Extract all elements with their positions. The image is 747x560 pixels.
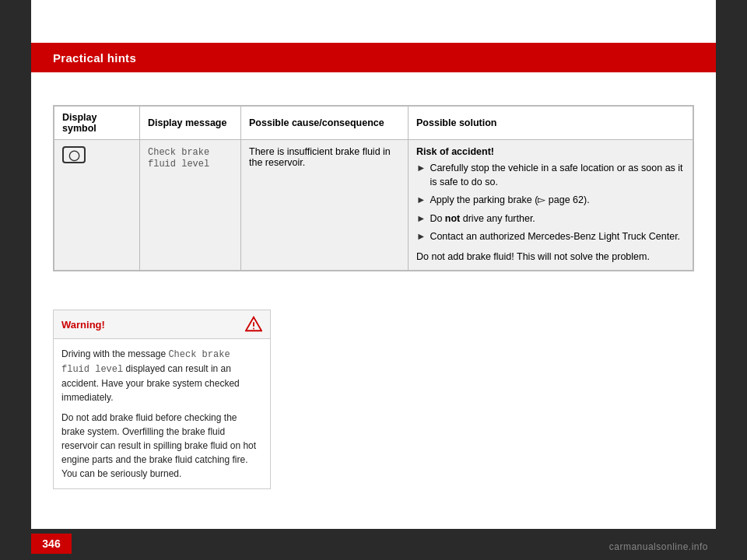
svg-point-1: [253, 328, 254, 330]
col-header-cause: Possible cause/consequence: [241, 107, 409, 140]
cause-text: There is insufficient brake fluid in the…: [249, 146, 391, 168]
solution-cell: Risk of accident! ► Carefully stop the v…: [409, 140, 693, 271]
display-message: Check brakefluid level: [148, 147, 209, 170]
risk-text: Risk of accident!: [416, 146, 685, 157]
col-header-message: Display message: [140, 107, 241, 140]
warning-body: Driving with the message Check brake flu…: [54, 339, 270, 488]
arrow-icon-4: ►: [416, 230, 426, 244]
table-row: ◯ Check brakefluid level There is insuff…: [54, 140, 693, 271]
symbol-cell: ◯: [54, 140, 140, 271]
col-header-symbol: Display symbol: [54, 107, 140, 140]
solution-list: ► Carefully stop the vehicle in a safe l…: [416, 162, 685, 244]
message-cell: Check brakefluid level: [140, 140, 241, 271]
col-header-solution: Possible solution: [409, 107, 693, 140]
solution-text-4: Contact an authorized Mercedes-Benz Ligh…: [430, 230, 680, 244]
solution-text-3: Do not drive any further.: [430, 212, 535, 226]
arrow-icon-1: ►: [416, 162, 426, 176]
warning-header: Warning!: [54, 310, 270, 339]
solution-item-4: ► Contact an authorized Mercedes-Benz Li…: [416, 230, 685, 244]
page-number: 346: [31, 534, 72, 554]
solution-item-1: ► Carefully stop the vehicle in a safe l…: [416, 162, 685, 189]
warning-paragraph-2: Do not add brake fluid before checking t…: [61, 411, 262, 481]
solution-item-3: ► Do not drive any further.: [416, 212, 685, 226]
watermark: carmanualsonline.info: [609, 541, 708, 552]
warning-box: Warning! Driving with the message Check …: [53, 310, 271, 489]
brake-warning-icon: ◯: [62, 146, 86, 163]
cause-cell: There is insufficient brake fluid in the…: [241, 140, 409, 271]
warning-title: Warning!: [61, 319, 105, 331]
solution-text-2: Apply the parking brake (▻ page 62).: [430, 194, 589, 208]
arrow-icon-3: ►: [416, 212, 426, 226]
main-table-container: Display symbol Display message Possible …: [53, 105, 694, 271]
solution-text-1: Carefully stop the vehicle in a safe loc…: [430, 162, 685, 189]
warning-paragraph-1: Driving with the message Check brake flu…: [61, 347, 262, 404]
header-bar: Practical hints: [31, 43, 716, 72]
data-table: Display symbol Display message Possible …: [54, 106, 693, 271]
page-title: Practical hints: [53, 51, 136, 65]
arrow-icon-2: ►: [416, 194, 426, 208]
warning-triangle-icon: [245, 316, 262, 333]
solution-note: Do not add brake fluid! This will not so…: [416, 250, 685, 264]
solution-item-2: ► Apply the parking brake (▻ page 62).: [416, 194, 685, 208]
